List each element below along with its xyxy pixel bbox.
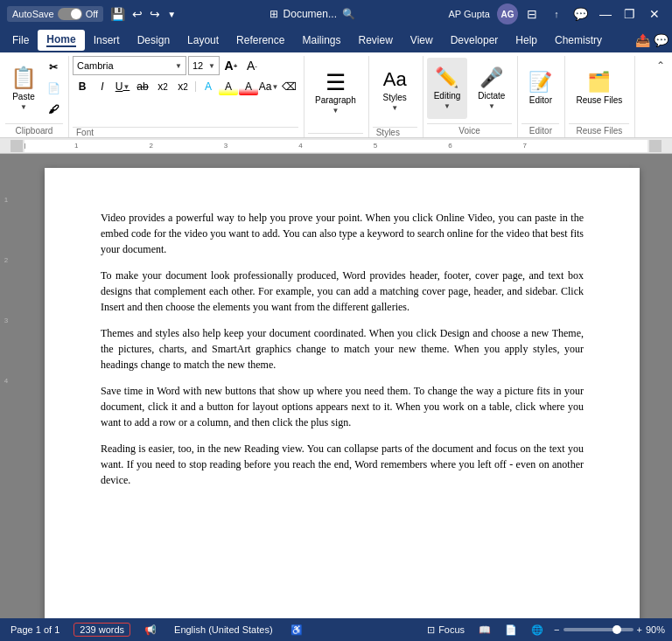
styles-label: Styles [383,93,407,102]
avatar-initials: AG [500,10,514,19]
ribbon-group-styles: Aa Styles ▼ Styles [371,56,424,137]
redo-icon[interactable]: ↪ [150,7,160,21]
menu-layout[interactable]: Layout [178,31,228,50]
highlight-color-btn[interactable]: A [219,78,238,95]
paragraph-arrow[interactable]: ▼ [332,107,339,115]
ribbon-group-reuse: 🗂️ Reuse Files Reuse Files [567,56,635,137]
menu-reference[interactable]: Reference [228,31,293,50]
page-info[interactable]: Page 1 of 1 [7,623,63,637]
zoom-level[interactable]: 90% [646,624,665,635]
styles-arrow[interactable]: ▼ [391,104,398,112]
paragraph-3: Themes and styles also help keep your do… [101,325,584,373]
zoom-slider[interactable] [564,628,634,631]
editor-icon: 📝 [528,71,552,94]
restore-btn[interactable]: ❐ [620,3,640,24]
language-selector[interactable]: English (United States) [171,623,276,637]
autosave-toggle[interactable]: AutoSave Off [7,6,103,22]
paragraph-4: Save time in Word with new buttons that … [101,383,584,430]
dictate-btn[interactable]: 🎤 Dictate ▼ [471,58,512,119]
collapse-ribbon-btn[interactable]: ⌃ [653,56,668,137]
paragraph-5: Reading is easier, too, in the new Readi… [101,441,584,488]
bold-btn[interactable]: B [73,78,92,95]
font-name-arrow[interactable]: ▼ [175,62,182,70]
font-name-value: Cambria [77,60,114,71]
document-page[interactable]: Video provides a powerful way to help yo… [45,168,640,618]
close-btn[interactable]: ✕ [644,3,665,24]
word-count[interactable]: 239 words [74,623,130,637]
menu-view[interactable]: View [402,31,442,50]
editing-btn[interactable]: ✏️ Editing ▼ [427,58,468,119]
font-color-btn[interactable]: A [239,78,258,95]
ribbon-group-voice: ✏️ Editing ▼ 🎤 Dictate ▼ Voice [425,56,519,137]
cut-btn[interactable]: ✂ [44,59,63,76]
paragraph-icon: ☰ [326,71,346,94]
undo-icon[interactable]: ↩ [132,7,143,21]
comments-ribbon-icon[interactable]: 💬 [654,33,668,47]
paragraph-btn[interactable]: ☰ Paragraph ▼ [308,62,363,123]
share-ribbon-icon[interactable]: 📤 [635,33,650,47]
language-text: English (United States) [174,624,273,635]
clear-format-btn[interactable]: ⌫ [279,78,298,95]
avatar[interactable]: AG [497,3,518,24]
dictate-icon: 🎤 [480,66,503,89]
search-icon[interactable]: 🔍 [342,8,355,20]
text-effect-btn[interactable]: A [199,78,218,95]
title-bar: AutoSave Off 💾 ↩ ↪ ▼ ⊞ Documen... 🔍 AP G… [0,0,672,28]
editing-icon: ✏️ [435,66,458,89]
toggle-knob [71,9,81,19]
comments-btn[interactable]: 💬 [570,3,592,24]
italic-btn[interactable]: I [93,78,112,95]
menu-file[interactable]: File [4,31,38,50]
ribbon-display-btn[interactable]: ⊟ [522,3,542,24]
font-name-selector[interactable]: Cambria ▼ [73,56,186,75]
reuse-files-group-label: Reuse Files [569,123,629,137]
menu-help[interactable]: Help [507,31,546,50]
customize-icon[interactable]: ⊞ [270,8,278,20]
save-icon[interactable]: 💾 [110,7,125,21]
font-size-value: 12 [192,60,203,71]
accessibility-icon[interactable]: ♿ [287,623,306,638]
underline-btn[interactable]: U ▼ [113,78,132,95]
print-layout-btn[interactable]: 📄 [501,623,521,638]
zoom-minus-btn[interactable]: − [554,624,559,635]
increase-font-btn[interactable]: A+ [221,57,241,74]
change-case-btn[interactable]: Aa▼ [259,78,278,95]
minimize-btn[interactable]: — [595,3,616,24]
menu-review[interactable]: Review [349,31,401,50]
ribbon: 📋 Paste ▼ ✂ 📄 🖌 Clipboard Cambria ▼ 12 [0,52,672,138]
dictate-arrow[interactable]: ▼ [488,102,495,110]
font-size-selector[interactable]: 12 ▼ [188,56,220,75]
menu-developer[interactable]: Developer [442,31,508,50]
read-aloud-icon[interactable]: 📢 [141,623,160,638]
menu-home[interactable]: Home [38,30,84,51]
decrease-font-btn[interactable]: A- [242,57,262,74]
menu-insert[interactable]: Insert [85,31,129,50]
read-mode-btn[interactable]: 📖 [475,623,494,638]
superscript-btn[interactable]: x2 [173,78,192,95]
subscript-btn[interactable]: x2 [153,78,172,95]
zoom-plus-btn[interactable]: + [637,624,642,635]
quick-access-more[interactable]: ▼ [167,10,176,19]
editing-arrow[interactable]: ▼ [444,102,451,110]
web-layout-btn[interactable]: 🌐 [528,623,547,638]
menu-mailings[interactable]: Mailings [293,31,349,50]
menu-bar: File Home Insert Design Layout Reference… [0,28,672,52]
editor-btn[interactable]: 📝 Editor [522,58,559,119]
read-mode-icon: 📖 [479,624,491,636]
share-btn[interactable]: ↑ [546,3,567,24]
paste-arrow[interactable]: ▼ [20,103,27,111]
reuse-files-btn[interactable]: 🗂️ Reuse Files [569,58,629,119]
menu-design[interactable]: Design [129,31,178,50]
styles-btn[interactable]: Aa Styles ▼ [376,59,414,121]
autosave-switch[interactable] [58,8,82,20]
focus-btn[interactable]: ⊡ Focus [424,623,468,638]
status-bar: Page 1 of 1 239 words 📢 English (United … [0,618,672,641]
format-painter-btn[interactable]: 🖌 [44,101,63,118]
page-info-text: Page 1 of 1 [10,624,60,635]
menu-chemistry[interactable]: Chemistry [546,31,611,50]
paste-btn[interactable]: 📋 Paste ▼ [5,62,42,115]
copy-btn[interactable]: 📄 [44,80,63,97]
strikethrough-btn[interactable]: ab [133,78,152,95]
font-size-arrow[interactable]: ▼ [208,62,215,70]
word-count-text: 239 words [80,624,124,635]
